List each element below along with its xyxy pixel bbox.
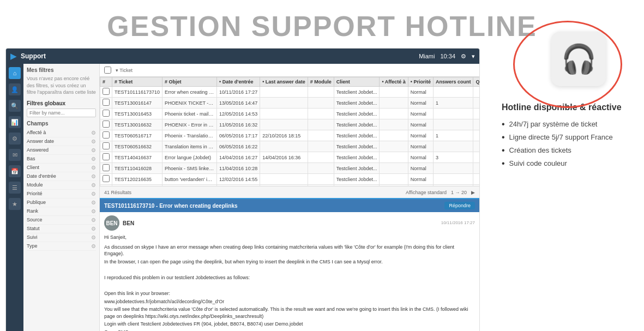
sidebar-icon-star[interactable]: ★ bbox=[9, 198, 21, 210]
table-cell: 06/05/2016 16:22 bbox=[217, 141, 260, 152]
table-cell bbox=[380, 119, 408, 130]
tickets-table: ## Ticket# Objet• Date d'entrée• Last an… bbox=[100, 77, 479, 186]
table-cell bbox=[260, 174, 308, 185]
table-cell[interactable] bbox=[100, 174, 112, 185]
table-cell bbox=[380, 152, 408, 163]
topbar-right: Miami 10:34 ⚙ ▾ bbox=[419, 53, 475, 60]
champ-gear-icon[interactable]: ⚙ bbox=[91, 173, 96, 179]
table-row[interactable]: TEST130016147PHOENIX TICKET - Email modu… bbox=[100, 98, 480, 109]
champ-gear-icon[interactable]: ⚙ bbox=[91, 165, 96, 171]
table-cell: Phoenix - Translation in email module bbox=[162, 130, 217, 141]
champ-gear-icon[interactable]: ⚙ bbox=[91, 147, 96, 153]
table-cell bbox=[473, 98, 479, 109]
table-cell[interactable] bbox=[100, 98, 112, 109]
champ-gear-icon[interactable]: ⚙ bbox=[91, 156, 96, 162]
gear-icon[interactable]: ⚙ bbox=[461, 53, 466, 60]
table-column-header[interactable]: • Date d'entrée bbox=[217, 77, 260, 87]
table-cell bbox=[473, 109, 479, 119]
table-cell: PHOENIX TICKET - Email module v2 delete … bbox=[162, 98, 217, 109]
champ-gear-icon[interactable]: ⚙ bbox=[91, 139, 96, 145]
champ-gear-icon[interactable]: ⚙ bbox=[91, 208, 96, 214]
select-all-checkbox[interactable] bbox=[104, 67, 111, 74]
table-row[interactable]: TEST060516632Translation items in referr… bbox=[100, 141, 480, 152]
champ-gear-icon[interactable]: ⚙ bbox=[91, 191, 96, 197]
table-column-header[interactable]: Answers count bbox=[433, 77, 473, 87]
author-name: BEN bbox=[123, 219, 134, 227]
detail-body: BEN BEN 10/11/2016 17:27 Hi Sanjeit, As … bbox=[100, 212, 479, 331]
detail-body-line bbox=[104, 266, 475, 273]
table-cell: 12/05/2016 14:53 bbox=[217, 109, 260, 119]
filter-icon[interactable]: ▾ bbox=[472, 53, 475, 60]
table-cell bbox=[473, 174, 479, 185]
next-page-icon[interactable]: ▶ bbox=[471, 190, 475, 195]
table-cell: Phoenix - SMS linked candidates bbox=[162, 163, 217, 174]
detail-body-lines: As discussed on skype I have an error me… bbox=[104, 244, 475, 332]
table-cell: TEST120216635 bbox=[112, 174, 162, 185]
feature-item: 24h/7j par système de ticket bbox=[502, 120, 628, 129]
detail-body-line: As discussed on skype I have an error me… bbox=[104, 244, 475, 257]
sidebar-icon-home[interactable]: ⌂ bbox=[9, 67, 21, 79]
detail-body-line: You will see that the matchcriteria valu… bbox=[104, 306, 475, 320]
table-cell: Testclient Jobdet... bbox=[334, 141, 380, 152]
table-cell: 06/05/2016 17:17 bbox=[217, 130, 260, 141]
table-cell[interactable] bbox=[100, 152, 112, 163]
table-row[interactable]: TEST130016632PHOENIX - Error in Phoenix … bbox=[100, 119, 480, 130]
sidebar-icon-chart[interactable]: 📊 bbox=[9, 116, 21, 128]
table-cell[interactable] bbox=[100, 119, 112, 130]
table-column-header[interactable]: # Objet bbox=[162, 77, 217, 87]
champ-gear-icon[interactable]: ⚙ bbox=[91, 200, 96, 206]
table-cell: TEST130016147 bbox=[112, 98, 162, 109]
sidebar-icon-user[interactable]: 👤 bbox=[9, 83, 21, 95]
sidebar-icon-mail[interactable]: ✉ bbox=[9, 149, 21, 161]
table-cell: 14/04/2016 16:36 bbox=[260, 152, 308, 163]
champ-item: Source⚙ bbox=[27, 216, 96, 225]
table-cell: 1 bbox=[433, 130, 473, 141]
table-cell[interactable] bbox=[100, 87, 112, 98]
table-cell[interactable] bbox=[100, 109, 112, 119]
champ-gear-icon[interactable]: ⚙ bbox=[91, 226, 96, 232]
table-cell bbox=[260, 109, 308, 119]
champ-gear-icon[interactable]: ⚙ bbox=[91, 182, 96, 188]
table-row[interactable]: TEST120216635button 'verdanden' in onlin… bbox=[100, 174, 480, 185]
table-row[interactable]: TEST101116173710Error when creating deep… bbox=[100, 87, 480, 98]
table-column-header[interactable]: • Affecté à bbox=[380, 77, 408, 87]
sidebar-icon-list[interactable]: ☰ bbox=[9, 182, 21, 194]
table-row[interactable]: TEST140416637Error langue (Jobdet)14/04/… bbox=[100, 152, 480, 163]
detail-greeting: Hi Sanjeit, bbox=[104, 234, 475, 242]
right-panel: 🎧 Hotline disponible & réactive 24h/7j p… bbox=[485, 48, 639, 331]
table-cell: Normal bbox=[408, 163, 433, 174]
table-cell: Normal bbox=[408, 174, 433, 185]
feature-item: Ligne directe 5j/7 support France bbox=[502, 133, 628, 142]
filter-by-name-input[interactable] bbox=[27, 109, 96, 117]
reply-button[interactable]: Répondre bbox=[444, 202, 475, 209]
table-cell[interactable] bbox=[100, 130, 112, 141]
champ-gear-icon[interactable]: ⚙ bbox=[91, 234, 96, 240]
table-cell: 22/10/2016 18:15 bbox=[260, 130, 308, 141]
table-cell: Testclient Jobdet... bbox=[334, 109, 380, 119]
table-cell[interactable] bbox=[100, 163, 112, 174]
table-column-header[interactable]: • Priorité bbox=[408, 77, 433, 87]
table-column-header[interactable]: Client bbox=[334, 77, 380, 87]
sidebar-icon-settings[interactable]: ⚙ bbox=[9, 133, 21, 145]
table-row[interactable]: TEST110416028Phoenix - SMS linked candid… bbox=[100, 163, 480, 174]
detail-body-line: Open CMS bbox=[104, 329, 475, 331]
champ-gear-icon[interactable]: ⚙ bbox=[91, 130, 96, 136]
champ-gear-icon[interactable]: ⚙ bbox=[91, 243, 96, 249]
table-column-header[interactable]: # Module bbox=[308, 77, 334, 87]
table-row[interactable]: TEST060516717Phoenix - Translation in em… bbox=[100, 130, 480, 141]
table-footer: 41 Résultats Affichage standard 1 → 20 ▶ bbox=[100, 186, 479, 198]
table-column-header[interactable]: Questions co... bbox=[473, 77, 479, 87]
filter-note: Vous n'avez pas encore créé des filtres,… bbox=[27, 75, 96, 96]
table-cell bbox=[473, 152, 479, 163]
table-cell[interactable] bbox=[100, 141, 112, 152]
table-column-header[interactable]: # bbox=[100, 77, 112, 87]
champ-item: Publique⚙ bbox=[27, 198, 96, 207]
sidebar-icon-search[interactable]: 🔍 bbox=[9, 100, 21, 112]
table-cell bbox=[260, 87, 308, 98]
table-column-header[interactable]: # Ticket bbox=[112, 77, 162, 87]
sidebar-icon-calendar[interactable]: 📅 bbox=[9, 165, 21, 177]
headset-icon: 🎧 bbox=[561, 43, 597, 76]
table-column-header[interactable]: • Last answer date bbox=[260, 77, 308, 87]
table-row[interactable]: TEST130016453Phoenix ticket - mail modul… bbox=[100, 109, 480, 119]
champ-gear-icon[interactable]: ⚙ bbox=[91, 217, 96, 223]
